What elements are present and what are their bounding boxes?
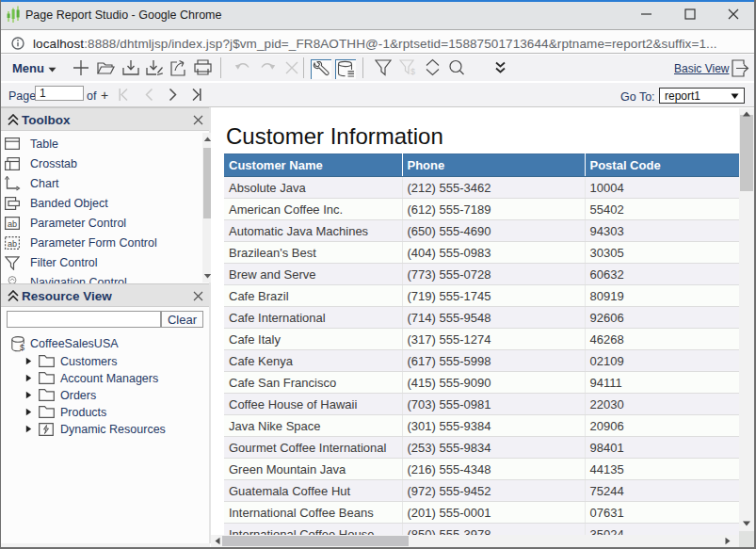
svg-text:$: $ <box>410 67 415 76</box>
svg-text:ab: ab <box>8 219 17 229</box>
svg-text:ab: ab <box>8 239 17 249</box>
svg-text:$: $ <box>20 343 24 352</box>
